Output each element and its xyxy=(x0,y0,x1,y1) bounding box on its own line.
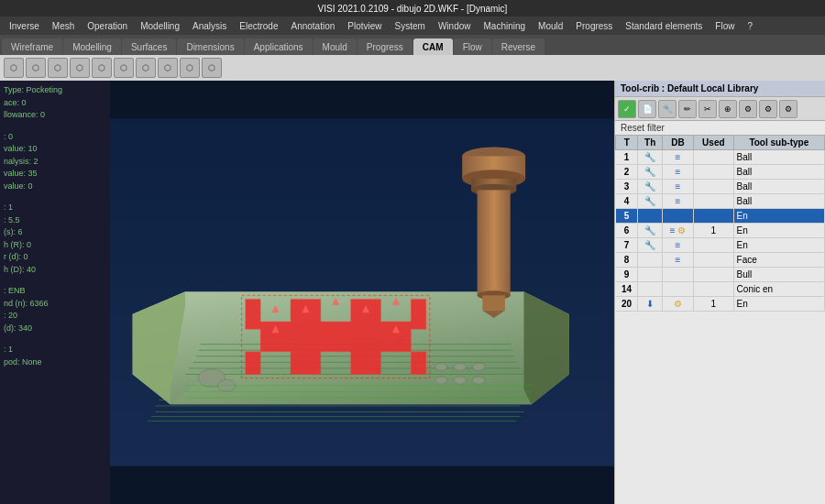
tab-surfaces[interactable]: Surfaces xyxy=(122,38,176,55)
tool-btn-3[interactable]: ⬡ xyxy=(48,58,68,78)
table-row[interactable]: 20⬇ ⚙1En xyxy=(616,297,825,312)
tool-number: 4 xyxy=(616,194,638,209)
3d-scene xyxy=(110,81,614,504)
tab-cam[interactable]: CAM xyxy=(413,38,453,55)
gear-icon[interactable]: ⚙ xyxy=(779,100,798,118)
tool-btn-5[interactable]: ⬡ xyxy=(92,58,112,78)
tool-number: 7 xyxy=(616,238,638,253)
tool-btn-9[interactable]: ⬡ xyxy=(180,58,200,78)
check-icon[interactable]: ✓ xyxy=(618,100,636,118)
svg-rect-38 xyxy=(478,190,511,295)
th-icon xyxy=(638,282,663,297)
add-tool-icon[interactable]: 📄 xyxy=(638,100,656,118)
wrench-icon: 🔧 xyxy=(644,240,655,250)
table-row[interactable]: 5≡En xyxy=(616,209,825,224)
table-row[interactable]: 4🔧≡Ball xyxy=(616,194,825,209)
tool-subtype: Conic en xyxy=(733,282,824,297)
used-count xyxy=(694,209,734,224)
svg-rect-40 xyxy=(482,295,505,310)
table-row[interactable]: 3🔧≡Ball xyxy=(616,180,825,194)
menu-progress[interactable]: Progress xyxy=(570,19,618,33)
table-row[interactable]: 7🔧≡En xyxy=(616,238,825,253)
tool-btn-8[interactable]: ⬡ xyxy=(158,58,178,78)
menu-bar: Inverse Mesh Operation Modelling Analysi… xyxy=(0,16,825,35)
used-count xyxy=(694,282,734,297)
tab-bar: Wireframe Modelling Surfaces Dimensions … xyxy=(0,35,825,55)
menu-operation[interactable]: Operation xyxy=(82,19,133,33)
menu-system[interactable]: System xyxy=(390,19,431,33)
menu-mesh[interactable]: Mesh xyxy=(47,19,80,33)
col-t: T xyxy=(616,136,638,150)
cut-icon[interactable]: ✂ xyxy=(698,100,717,118)
menu-electrode[interactable]: Electrode xyxy=(234,19,283,33)
tool-crib-panel: Tool-crib : Default Local Library ✓ 📄 🔧 … xyxy=(614,81,825,504)
info-allowance: llowance: 0 xyxy=(4,109,106,122)
table-row[interactable]: 8≡Face xyxy=(616,253,825,268)
tool-btn-10[interactable]: ⬡ xyxy=(202,58,222,78)
wrench-icon: 🔧 xyxy=(644,181,655,192)
tool-subtype: En xyxy=(733,209,824,224)
menu-mould[interactable]: Mould xyxy=(533,19,568,33)
list-icon: ≡ xyxy=(676,240,681,250)
db-icon: ≡ xyxy=(662,180,693,194)
tool-btn-7[interactable]: ⬡ xyxy=(136,58,156,78)
tab-dimensions[interactable]: Dimensions xyxy=(177,38,243,55)
edit-icon[interactable]: ✏ xyxy=(678,100,697,118)
menu-inverse[interactable]: Inverse xyxy=(4,19,45,33)
tool-subtype: Ball xyxy=(733,180,824,194)
tab-reverse[interactable]: Reverse xyxy=(492,38,544,55)
wrench-icon: 🔧 xyxy=(644,152,655,162)
db-icon: ≡ ⚙ xyxy=(662,224,693,238)
db-icon xyxy=(662,268,693,282)
menu-window[interactable]: Window xyxy=(433,19,477,33)
menu-analysis[interactable]: Analysis xyxy=(187,19,232,33)
menu-flow[interactable]: Flow xyxy=(710,19,740,33)
db-icon: ≡ xyxy=(662,253,693,268)
tool-btn-4[interactable]: ⬡ xyxy=(70,58,90,78)
th-icon xyxy=(638,268,663,282)
wrench-icon: 🔧 xyxy=(644,225,655,236)
tab-flow[interactable]: Flow xyxy=(454,38,491,55)
used-count xyxy=(694,238,734,253)
main-area: Type: Pocketing ace: 0 llowance: 0 : 0 v… xyxy=(0,81,825,504)
th-icon: 🔧 xyxy=(638,194,663,209)
tool-number: 14 xyxy=(616,282,638,297)
3d-viewport[interactable] xyxy=(110,81,614,504)
col-subtype: Tool sub-type xyxy=(733,136,824,150)
tool-btn-6[interactable]: ⬡ xyxy=(114,58,134,78)
tool-btn-2[interactable]: ⬡ xyxy=(26,58,46,78)
menu-plotview[interactable]: Plotview xyxy=(342,19,387,33)
menu-help[interactable]: ? xyxy=(742,19,758,33)
list-icon: ≡ xyxy=(676,196,681,206)
tab-applications[interactable]: Applications xyxy=(245,38,313,55)
menu-annotation[interactable]: Annotation xyxy=(285,19,340,33)
copy-icon[interactable]: ⊕ xyxy=(719,100,737,118)
tool-number: 1 xyxy=(616,150,638,165)
tab-mould[interactable]: Mould xyxy=(314,38,357,55)
menu-machining[interactable]: Machining xyxy=(478,19,531,33)
list-icon: ≡ xyxy=(676,211,681,221)
tool-subtype: En xyxy=(733,297,824,312)
tab-progress[interactable]: Progress xyxy=(358,38,412,55)
tool-btn-1[interactable]: ⬡ xyxy=(4,58,24,78)
menu-modelling[interactable]: Modelling xyxy=(135,19,185,33)
table-row[interactable]: 9Bull xyxy=(616,268,825,282)
gear-icon: ⚙ xyxy=(677,225,686,236)
menu-standard[interactable]: Standard elements xyxy=(620,19,708,33)
list-icon: ≡ xyxy=(676,167,681,177)
tool-table[interactable]: T Th DB Used Tool sub-type 1🔧≡Ball2🔧≡Bal… xyxy=(615,135,825,504)
tab-modelling[interactable]: Modelling xyxy=(63,38,121,55)
table-row[interactable]: 14Conic en xyxy=(616,282,825,297)
svg-point-25 xyxy=(435,363,447,370)
th-icon: 🔧 xyxy=(638,224,663,238)
tool-subtype: En xyxy=(733,238,824,253)
tab-wireframe[interactable]: Wireframe xyxy=(2,38,62,55)
tool-number: 9 xyxy=(616,268,638,282)
tool-settings-icon[interactable]: 🔧 xyxy=(658,100,676,118)
db-icon: ≡ xyxy=(662,165,693,180)
table-row[interactable]: 1🔧≡Ball xyxy=(616,150,825,165)
paste-icon[interactable]: ⚙ xyxy=(739,100,757,118)
delete-icon[interactable]: ⚙ xyxy=(759,100,777,118)
table-row[interactable]: 2🔧≡Ball xyxy=(616,165,825,180)
table-row[interactable]: 6🔧≡ ⚙1En xyxy=(616,224,825,238)
